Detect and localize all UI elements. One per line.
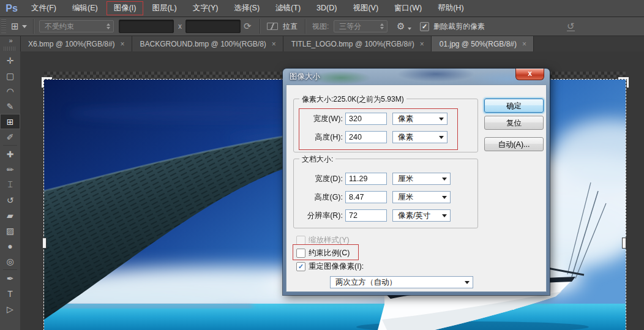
move-tool[interactable]: ✛ [0,53,20,68]
panel-grip[interactable] [4,47,17,51]
history-brush-tool-icon: ↺ [7,195,14,205]
constrain-proportions-label: 约束比例(C) [309,247,350,259]
tab-title-logo[interactable]: TITLE_LOGO.bmp @ 100%(RGB/8#) × [283,36,432,51]
crop-handle-top-left[interactable] [42,77,52,88]
divider [3,145,17,146]
reset-tool-button[interactable]: ↺ [567,17,575,36]
crop-height-input[interactable] [185,17,241,36]
menu-image[interactable]: 图像(I) [106,1,144,16]
checkbox-checked-icon: ✓ [420,22,429,31]
tab-x6[interactable]: X6.bmp @ 100%(RGB/8#) × [20,36,132,51]
collapse-panel-button[interactable]: » [0,36,20,46]
quick-selection-tool[interactable]: ✎ [0,99,20,114]
eraser-tool[interactable]: ▰ [0,208,20,223]
type-tool[interactable]: T [0,286,20,301]
divider [3,269,17,270]
straighten-button[interactable]: 拉直 [267,17,298,36]
doc-height-unit-select[interactable]: 厘米 [392,191,451,203]
menu-filter[interactable]: 滤镜(T) [268,1,309,16]
rotate-icon: ⟳ [244,21,252,32]
eyedropper-tool[interactable]: ✐ [0,129,20,144]
lasso-tool[interactable]: ◠ [0,83,20,99]
menu-edit[interactable]: 编辑(E) [64,1,106,16]
gradient-tool[interactable]: ▨ [0,223,20,238]
divider [33,19,34,34]
crop-handle-top-right[interactable] [618,77,629,88]
pixel-width-unit-select[interactable]: 像素 [392,113,447,125]
menu-view[interactable]: 视图(V) [345,1,386,16]
dialog-body: 像素大小:225.0K(之前为5.93M) 宽度(W): 像素 高度(H): 像… [286,84,547,292]
tab-background[interactable]: BACKGROUND.bmp @ 100%(RGB/8) × [132,36,283,51]
pixel-width-unit-value: 像素 [398,114,413,124]
crop-settings-button[interactable]: ⚙ [397,17,411,36]
constrain-proportions-checkbox[interactable] [296,249,305,258]
history-brush-tool[interactable]: ↺ [0,192,20,208]
swap-rotate-button[interactable]: ⟳ [244,17,252,36]
pixel-width-input[interactable] [345,113,387,125]
crop-ratio-dropdown[interactable]: 不受约束 [39,17,114,36]
photoshop-logo: Ps [0,3,23,14]
healing-brush-tool[interactable]: ✚ [0,146,20,162]
pixel-width-label: 宽度(W): [302,113,343,125]
quick-selection-tool-icon: ✎ [7,102,14,111]
dropdown-arrow-icon [442,178,447,183]
view-label: 视图: [312,17,329,36]
menu-window[interactable]: 窗口(W) [386,1,430,16]
path-selection-tool[interactable]: ▷ [0,301,20,317]
resolution-input[interactable] [345,209,387,222]
blur-tool-icon: ● [7,241,12,251]
crop-handle-left[interactable] [42,238,47,249]
resolution-unit-select[interactable]: 像素/英寸 [392,209,451,222]
image-size-dialog: 图像大小 x 像素大小:225.0K(之前为5.93M) 宽度(W): 像素 高… [283,69,550,295]
pixel-height-input[interactable] [345,131,387,143]
menu-help[interactable]: 帮助(H) [430,1,471,16]
marquee-tool[interactable]: ▢ [0,68,20,83]
pixel-height-unit-select[interactable]: 像素 [392,131,447,143]
close-icon[interactable]: × [420,40,424,48]
crop-tool-preset[interactable]: ⊞ [11,17,27,36]
dodge-tool[interactable]: ◎ [0,253,20,269]
brush-tool[interactable]: ✏ [0,162,20,177]
crop-width-input[interactable] [119,17,174,36]
close-icon[interactable]: × [522,40,526,48]
dialog-close-button[interactable]: x [515,69,544,80]
tab-01-active[interactable]: 01.jpg @ 50%(RGB/8#) × [432,36,534,51]
reset-button[interactable]: 复位 [484,116,544,130]
straighten-label: 拉直 [283,21,298,32]
crop-tool[interactable]: ⊞ [0,114,20,129]
resolution-unit-value: 像素/英寸 [398,211,430,221]
clone-stamp-tool-icon: ⌶ [7,179,12,190]
tab-title: BACKGROUND.bmp @ 100%(RGB/8) [140,40,266,48]
doc-height-input[interactable] [345,191,387,203]
dropdown-arrow-icon [439,118,444,123]
view-overlay-dropdown[interactable]: 三等分 [334,17,388,36]
menu-select[interactable]: 选择(S) [226,1,268,16]
lasso-tool-icon: ◠ [6,86,13,96]
dropdown-arrow-icon [465,281,470,287]
delete-cropped-pixels-checkbox[interactable]: ✓ 删除裁剪的像素 [420,17,485,36]
auto-button[interactable]: 自动(A)... [484,137,544,151]
doc-width-input[interactable] [345,173,387,185]
resample-method-select[interactable]: 两次立方（自动） [330,276,473,288]
close-icon[interactable]: × [121,40,125,48]
menu-file[interactable]: 文件(F) [23,1,64,16]
resample-label: 重定图像像素(I): [309,260,364,272]
menu-layer[interactable]: 图层(L) [144,1,184,16]
menu-3d[interactable]: 3D(D) [309,1,345,16]
blur-tool[interactable]: ● [0,238,20,253]
pen-tool-icon: ✒ [7,274,14,283]
divider [260,19,261,34]
scale-styles-checkbox [296,236,305,245]
menu-type[interactable]: 文字(Y) [185,1,227,16]
clone-stamp-tool[interactable]: ⌶ [0,177,20,192]
dialog-title: 图像大小 [283,69,550,84]
pen-tool[interactable]: ✒ [0,271,20,286]
doc-width-unit-select[interactable]: 厘米 [392,173,451,185]
resample-checkbox[interactable]: ✓ [296,262,305,271]
ok-button[interactable]: 确定 [484,99,544,113]
chevron-down-icon [22,25,27,31]
crop-handle-right[interactable] [622,238,626,249]
options-grip[interactable] [1,20,6,33]
crop-icon: ⊞ [11,21,19,32]
close-icon[interactable]: × [272,40,276,48]
